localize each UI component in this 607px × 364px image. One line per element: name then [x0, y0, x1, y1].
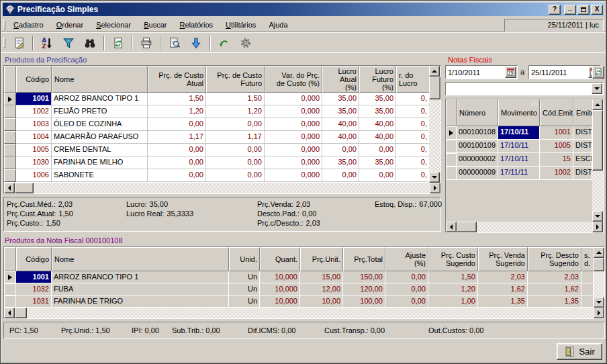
cell-lucro-futuro[interactable]: 35,00	[359, 93, 396, 105]
cell-numero[interactable]: 000100109	[457, 140, 498, 153]
cell-var-custo[interactable]: 0,000	[265, 131, 322, 144]
cell-emitente[interactable]: DIST	[573, 140, 592, 153]
header-nome[interactable]: Nome	[52, 66, 148, 93]
header-lucro-futuro[interactable]: Lucro Futuro (%)	[359, 66, 396, 93]
export-down-button[interactable]	[186, 34, 206, 52]
cell-var-lucro[interactable]: 0,	[396, 105, 429, 118]
cell-venda-sugerido[interactable]: 1,35	[478, 295, 528, 308]
cell-custo-futuro[interactable]: 0,00	[206, 118, 265, 131]
cell-venda-sugerido[interactable]: 2,03	[478, 271, 528, 283]
cell-codigo[interactable]: 1003	[16, 118, 52, 131]
header-custo-atual[interactable]: Prç. de Custo Atual	[148, 66, 206, 93]
cell-custo-atual[interactable]: 0,00	[148, 118, 206, 131]
menu-item[interactable]: Cadastro	[8, 19, 49, 31]
cell-lucro-futuro[interactable]: 0,00	[359, 144, 396, 156]
edit-record-button[interactable]	[9, 34, 29, 52]
cell-nome[interactable]: FARINHA DE TRIGO	[52, 295, 229, 308]
cell-unid[interactable]: Un	[229, 283, 260, 295]
header-venda-sugerido[interactable]: Prç. Venda Sugerido	[478, 247, 528, 271]
header-descto-sugerido[interactable]: Prç. Descto Sugerido	[528, 247, 581, 271]
cell-nome[interactable]: FARINHA DE MILHO	[52, 156, 148, 169]
cell-custo-atual[interactable]: 0,00	[148, 144, 206, 156]
cell-unid[interactable]: Un	[229, 271, 260, 283]
menu-item[interactable]: Ordenar	[51, 19, 89, 31]
cell-nome[interactable]: CREME DENTAL	[52, 144, 148, 156]
table-row[interactable]: 000000002 17/10/11 15 ESCR	[446, 153, 592, 167]
cell-nome[interactable]: FEIJÃO PRETO	[52, 105, 148, 118]
cell-cod-emit[interactable]: 15	[540, 153, 573, 167]
cell-custo-atual[interactable]: 1,17	[148, 131, 206, 144]
minimize-button[interactable]: _	[564, 5, 576, 15]
cell-numero[interactable]: 000000002	[457, 153, 498, 167]
cell-venda-sugerido[interactable]: 1,62	[478, 283, 528, 295]
cell-custo-futuro[interactable]: 0,00	[206, 156, 265, 169]
pricing-vertical-scrollbar[interactable]	[429, 66, 440, 183]
cell-sd[interactable]	[581, 295, 594, 308]
cell-unid[interactable]: Un	[229, 295, 260, 308]
cell-custo-atual[interactable]: 1,50	[148, 93, 206, 105]
cell-sd[interactable]	[581, 271, 594, 283]
close-button[interactable]: X	[591, 5, 603, 15]
cell-codigo[interactable]: 1031	[16, 295, 52, 308]
combobox-dropdown-button[interactable]	[592, 83, 602, 94]
header-var-custo[interactable]: Var. do Prç. de Custo (%)	[265, 66, 322, 93]
cell-lucro-futuro[interactable]: 40,00	[359, 131, 396, 144]
cell-prc-total[interactable]: 100,00	[343, 295, 385, 308]
cell-codigo[interactable]: 1004	[16, 131, 52, 144]
header-cod-emit[interactable]: Cód.Emit.	[540, 99, 573, 126]
cell-descto-sugerido[interactable]: 2,03	[528, 271, 581, 283]
header-prc-unit[interactable]: Prç.Unit.	[300, 247, 343, 271]
cell-lucro-futuro[interactable]: 0,00	[359, 169, 396, 182]
cell-movimento[interactable]: 17/10/11	[498, 153, 540, 167]
cell-var-lucro[interactable]: 0,	[396, 118, 429, 131]
cell-movimento[interactable]: 17/10/11	[498, 140, 540, 153]
help-button[interactable]: ?	[549, 5, 561, 15]
notas-vertical-scrollbar[interactable]	[592, 99, 603, 222]
cell-nome[interactable]: ARROZ BRANCO TIPO 1	[52, 271, 229, 283]
cell-custo-futuro[interactable]: 0,00	[206, 144, 265, 156]
cell-lucro-atual[interactable]: 0,00	[322, 169, 359, 182]
cell-codigo[interactable]: 1001	[16, 271, 52, 283]
notas-filter-combobox[interactable]	[445, 82, 604, 95]
date-to-field[interactable]: 25/11/2011 15	[528, 65, 601, 79]
cell-custo-atual[interactable]: 0,00	[148, 156, 206, 169]
header-lucro-atual[interactable]: Lucro Atual (%)	[322, 66, 359, 93]
header-sd[interactable]: s. d.	[581, 247, 594, 271]
products-vertical-scrollbar[interactable]	[594, 247, 604, 308]
cell-emitente[interactable]: DIST	[573, 126, 592, 140]
maximize-button[interactable]	[577, 5, 590, 15]
header-custo-futuro[interactable]: Prç. de Custo Futuro	[206, 66, 265, 93]
cell-codigo[interactable]: 1006	[16, 169, 52, 182]
cell-lucro-futuro[interactable]: 35,00	[359, 105, 396, 118]
cell-lucro-futuro[interactable]: 35,00	[359, 156, 396, 169]
header-emitente[interactable]: Emite	[573, 99, 592, 126]
header-quant[interactable]: Quant.	[260, 247, 300, 271]
cell-movimento[interactable]: 17/11/11	[498, 167, 540, 180]
cell-var-lucro[interactable]: 0,	[396, 131, 429, 144]
table-row[interactable]: 000100109 17/10/11 1005 DIST	[446, 140, 592, 153]
cell-lucro-atual[interactable]: 35,00	[322, 156, 359, 169]
print-preview-button[interactable]	[165, 34, 185, 52]
header-codigo[interactable]: Código	[16, 247, 52, 271]
cell-var-lucro[interactable]: 0,	[396, 93, 429, 105]
cell-custo-futuro[interactable]: 1,20	[206, 105, 265, 118]
cell-ajuste[interactable]: 0,00	[385, 271, 428, 283]
cell-codigo[interactable]: 1001	[16, 93, 52, 105]
cell-descto-sugerido[interactable]: 1,35	[528, 295, 581, 308]
table-row[interactable]: 000000009 17/11/11 1002 DIST	[446, 167, 592, 180]
cell-cod-emit[interactable]: 1001	[540, 126, 573, 140]
cell-var-custo[interactable]: 0,000	[265, 105, 322, 118]
cell-nome[interactable]: SABONETE	[52, 169, 148, 182]
cell-lucro-atual[interactable]: 0,00	[322, 144, 359, 156]
menu-item[interactable]: Selecionar	[91, 19, 136, 31]
cell-codigo[interactable]: 1002	[16, 105, 52, 118]
table-row[interactable]: 1002 FEIJÃO PRETO 1,20 1,20 0,000 35,00 …	[4, 105, 429, 118]
notas-horizontal-scrollbar[interactable]	[446, 222, 603, 232]
header-var-lucro[interactable]: r. do Lucro	[396, 66, 429, 93]
cell-cod-emit[interactable]: 1002	[540, 167, 573, 180]
header-prc-total[interactable]: Prç.Total	[343, 247, 385, 271]
menu-item[interactable]: Utilitários	[220, 19, 261, 31]
table-row[interactable]: 1032 FUBA Un 10,000 12,00 120,00 0,00 1,…	[4, 283, 594, 295]
table-row[interactable]: 1004 MACARRÃO PARAFUSO 1,17 1,17 0,000 4…	[4, 131, 429, 144]
table-row[interactable]: 1031 FARINHA DE TRIGO Un 10,000 10,00 10…	[4, 295, 594, 308]
